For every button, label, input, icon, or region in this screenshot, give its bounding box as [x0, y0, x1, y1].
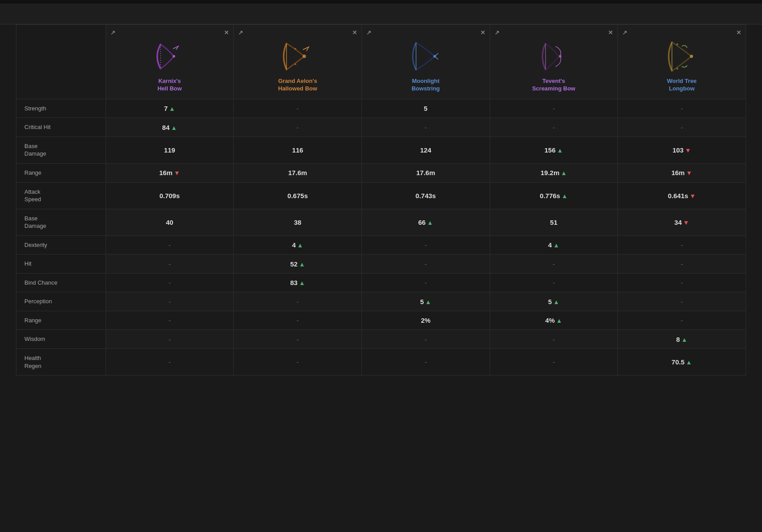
svg-point-14	[676, 43, 678, 45]
stat-value: 5	[424, 105, 428, 112]
row-label-2: BaseDamage	[16, 137, 106, 163]
cell-1-4: -	[618, 118, 746, 137]
stat-value: 51	[550, 219, 558, 226]
row-label-9: Perception	[16, 292, 106, 311]
table-row: Perception--5▲5▲-	[16, 292, 746, 311]
item-image-moonlight	[406, 39, 446, 74]
stat-value: 52	[290, 260, 298, 268]
arrow-down-icon: ▼	[690, 192, 696, 200]
dash-value: -	[681, 260, 683, 268]
stat-value: 16m	[672, 169, 685, 176]
cell-9-3: 5▲	[490, 292, 618, 311]
cell-2-3: 156▲	[490, 137, 618, 163]
close-icon-tevent[interactable]: ✕	[608, 29, 613, 36]
cell-8-4: -	[618, 273, 746, 292]
item-header-worldtree: ↗ ✕ World TreeLongbow	[618, 25, 746, 99]
stat-value: 0.709s	[159, 192, 180, 200]
table-row: Range16m▼17.6m17.6m19.2m▲16m▼	[16, 163, 746, 182]
item-image-grand	[278, 39, 318, 74]
stat-value: 17.6m	[416, 169, 435, 176]
cell-7-1: 52▲	[234, 254, 362, 274]
external-link-icon-karnix[interactable]: ↗	[110, 29, 115, 36]
arrow-up-icon: ▲	[553, 298, 559, 305]
item-image-tevent	[534, 39, 573, 74]
cell-11-4: 8▲	[618, 330, 746, 349]
stat-value: 19.2m	[541, 169, 560, 176]
stat-value: 156	[544, 146, 555, 154]
close-icon-worldtree[interactable]: ✕	[736, 29, 741, 36]
cell-1-3: -	[490, 118, 618, 137]
row-label-10: Range	[16, 311, 106, 330]
stat-value: 17.6m	[288, 169, 307, 176]
dash-value: -	[681, 105, 683, 112]
item-header-moonlight: ↗ ✕ MoonlightBowstring	[361, 25, 490, 99]
cell-0-1: -	[234, 99, 362, 118]
cell-5-1: 38	[234, 209, 362, 235]
arrow-up-icon: ▲	[297, 242, 303, 249]
dash-value: -	[553, 336, 555, 343]
arrow-down-icon: ▼	[685, 147, 691, 154]
item-image-karnix	[149, 39, 189, 74]
cell-9-4: -	[618, 292, 746, 311]
item-header-grand: ↗ ✕ Grand Aelon'sHallowed Bow	[234, 25, 362, 99]
close-icon-karnix[interactable]: ✕	[224, 29, 229, 36]
search-input[interactable]	[23, 10, 156, 18]
comparison-table-wrapper: ↗ ✕ Karnix'sHell Bow ↗ ✕	[0, 24, 762, 376]
close-icon-grand[interactable]: ✕	[352, 29, 357, 36]
cell-6-2: -	[361, 235, 490, 254]
close-icon-moonlight[interactable]: ✕	[480, 29, 485, 36]
dash-value: -	[297, 105, 299, 112]
svg-point-13	[690, 55, 693, 58]
cell-4-4: 0.641s▼	[618, 182, 746, 209]
dash-value: -	[681, 279, 683, 286]
stat-value: 4	[292, 241, 295, 249]
arrow-up-icon: ▲	[169, 105, 175, 112]
table-row: BaseDamage119116124156▲103▼	[16, 137, 746, 163]
arrow-up-icon: ▲	[425, 298, 431, 305]
search-area	[0, 4, 762, 24]
stat-value: 38	[294, 219, 302, 226]
cell-10-0: -	[106, 311, 234, 330]
cell-0-3: -	[490, 99, 618, 118]
dash-value: -	[424, 336, 427, 343]
dash-value: -	[553, 279, 555, 286]
svg-point-15	[676, 68, 678, 70]
cell-6-4: -	[618, 235, 746, 254]
dash-value: -	[424, 241, 427, 249]
svg-point-1	[173, 55, 175, 58]
cell-8-0: -	[106, 273, 234, 292]
svg-point-4	[295, 48, 296, 50]
cell-0-2: 5	[361, 99, 490, 118]
dash-value: -	[553, 105, 555, 112]
cell-3-1: 17.6m	[234, 163, 362, 182]
external-link-icon-moonlight[interactable]: ↗	[366, 29, 371, 36]
row-label-6: Dexterity	[16, 235, 106, 254]
cell-0-0: 7▲	[106, 99, 234, 118]
table-row: HealthRegen----70.5▲	[16, 348, 746, 375]
arrow-up-icon: ▲	[427, 219, 433, 226]
cell-4-0: 0.709s	[106, 182, 234, 209]
arrow-up-icon: ▲	[562, 192, 568, 200]
cell-7-2: -	[361, 254, 490, 274]
cell-11-1: -	[234, 330, 362, 349]
external-link-icon-tevent[interactable]: ↗	[495, 29, 499, 36]
item-name-worldtree: World TreeLongbow	[667, 78, 697, 93]
external-link-icon-worldtree[interactable]: ↗	[622, 29, 627, 36]
cell-2-1: 116	[234, 137, 362, 163]
arrow-up-icon: ▲	[556, 317, 562, 324]
table-row: Dexterity-4▲-4▲-	[16, 235, 746, 254]
cell-11-3: -	[490, 330, 618, 349]
item-name-grand: Grand Aelon'sHallowed Bow	[278, 78, 317, 93]
arrow-down-icon: ▼	[686, 169, 692, 176]
dash-value: -	[424, 279, 427, 286]
cell-5-0: 40	[106, 209, 234, 235]
cell-5-2: 66▲	[361, 209, 490, 235]
stat-value: 66	[418, 219, 426, 226]
dash-value: -	[681, 241, 683, 249]
external-link-icon-grand[interactable]: ↗	[238, 29, 243, 36]
cell-3-4: 16m▼	[618, 163, 746, 182]
dash-value: -	[169, 241, 171, 249]
arrow-up-icon: ▲	[557, 147, 563, 154]
cell-8-2: -	[361, 273, 490, 292]
dash-value: -	[297, 124, 299, 131]
